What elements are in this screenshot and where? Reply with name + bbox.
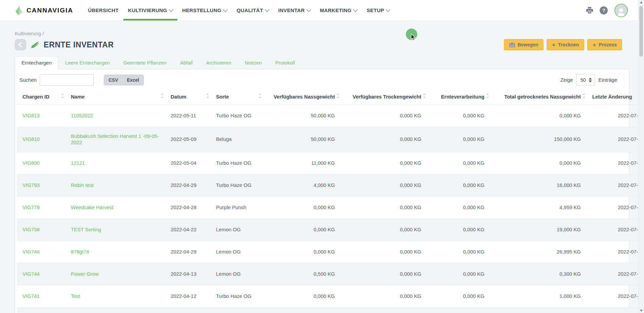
tab-label: Protokoll: [275, 60, 295, 66]
print-button[interactable]: [586, 7, 593, 13]
sorte-cell: Turbo Haze OG: [210, 285, 263, 307]
scroll-up-icon[interactable]: [640, 1, 643, 3]
table-row: VIG793 Robin test 2022-04-29 Turbo Haze …: [17, 174, 644, 196]
letzte-aenderung-cell: 2022-07-28: [587, 263, 644, 285]
excel-button[interactable]: Excel: [123, 75, 144, 85]
nav-item[interactable]: ÜBERSICHT: [83, 0, 123, 21]
nav-item[interactable]: MARKETING: [315, 0, 362, 21]
charge-id-link[interactable]: VIG758: [23, 227, 40, 232]
tab[interactable]: Notizen: [238, 56, 268, 69]
tab[interactable]: Abfall: [173, 56, 200, 69]
nav-item[interactable]: QUALITÄT: [232, 0, 273, 21]
letzte-aenderung-cell: 2022-07-28: [587, 307, 644, 313]
nav-item[interactable]: INVENTAR: [273, 0, 315, 21]
brand-logo[interactable]: CANNAVIGIA: [15, 0, 73, 21]
datum-cell: 2022-05-04: [165, 152, 210, 174]
trocknen-label: Trocknen: [558, 42, 579, 47]
charge-name-link[interactable]: Weedcake Harvest: [71, 204, 113, 210]
trockengewicht-cell: 0,000 KG: [341, 241, 427, 263]
charge-id-link[interactable]: VIG793: [23, 182, 40, 188]
ernteverarbeitung-cell: 0,000 KG: [427, 105, 490, 127]
printer-icon: [586, 7, 593, 13]
tab-label: Archivieren: [206, 60, 231, 66]
plus-icon: +: [593, 42, 596, 48]
page-content: Kultivierung / ERNTE INVENTAR: [0, 31, 644, 313]
nav-item-label: QUALITÄT: [237, 7, 263, 13]
bewegen-button[interactable]: Bewegen: [504, 39, 544, 50]
col-chargen-id[interactable]: Chargen ID: [17, 90, 65, 105]
nav-item[interactable]: HERSTELLUNG: [177, 0, 232, 21]
table-row: VIG800 12121 2022-05-04 Turbo Haze OG 11…: [17, 152, 644, 174]
sorte-cell: Purple Punsh: [210, 196, 263, 219]
table-row: VIG779 Weedcake Harvest 2022-04-28 Purpl…: [17, 196, 644, 219]
trockengewicht-cell: 0,000 KG: [341, 263, 427, 285]
scrollbar[interactable]: [638, 0, 644, 313]
prozess-button[interactable]: + Prozess: [587, 39, 622, 50]
nav-item-label: ÜBERSICHT: [88, 7, 119, 13]
brand-name: CANNAVIGIA: [27, 7, 73, 14]
charge-id-link[interactable]: VIG744: [23, 271, 40, 277]
total-getrocknet-cell: 26,995 KG: [490, 241, 587, 263]
charge-id-link[interactable]: VIG813: [23, 113, 40, 118]
charge-id-link[interactable]: VIG741: [23, 293, 40, 299]
tab[interactable]: Archivieren: [199, 56, 238, 69]
user-avatar[interactable]: [614, 4, 628, 17]
sorte-cell: Lemon OG: [210, 263, 263, 285]
col-trockengewicht[interactable]: Verfügbares Trockengewicht: [341, 90, 427, 105]
nav-item[interactable]: KULTIVIERUNG: [123, 0, 177, 21]
trockengewicht-cell: 0,000 KG: [341, 127, 427, 152]
tab[interactable]: Geerntete Pflanzen: [117, 56, 173, 69]
trocknen-button[interactable]: + Trocknen: [547, 39, 584, 50]
col-sorte[interactable]: Sorte: [210, 90, 263, 105]
scroll-down-icon[interactable]: [640, 310, 643, 312]
back-button[interactable]: [15, 39, 26, 50]
charge-id-link[interactable]: VIG800: [23, 160, 40, 166]
charge-name-link[interactable]: Robin test: [71, 182, 94, 188]
datum-cell: 2022-04-13: [165, 263, 210, 285]
tab[interactable]: Leere Erntechargen: [58, 56, 117, 69]
ernteverarbeitung-cell: 0,000 KG: [427, 285, 490, 307]
trockengewicht-cell: 0,000 KG: [341, 196, 427, 219]
eintraege-label: Einträge: [598, 77, 617, 83]
scrollbar-thumb[interactable]: [639, 6, 643, 56]
table-row: VIG810 Bubbakush Selection Harvest 1 -09…: [17, 127, 644, 152]
charge-id-link[interactable]: VIG746: [23, 249, 40, 255]
col-datum[interactable]: Datum: [165, 90, 210, 105]
zeige-label: Zeige: [560, 77, 573, 83]
ernteverarbeitung-cell: 0,000 KG: [427, 241, 490, 263]
datum-cell: 2022-04-22: [165, 219, 210, 241]
tab[interactable]: Protokoll: [268, 56, 301, 69]
table-row: VIG741 Test 2022-04-12 Turbo Haze OG 0,0…: [17, 285, 644, 307]
charge-name-link[interactable]: TEST Sorting: [71, 227, 101, 232]
tab[interactable]: Erntechargen: [15, 56, 58, 69]
datum-cell: 2022-05-11: [165, 105, 210, 127]
chevron-down-icon: [169, 7, 173, 12]
col-total-getrocknet[interactable]: Total getrocknetes Nassgewicht: [490, 90, 587, 105]
bewegen-label: Bewegen: [518, 42, 538, 47]
charge-id-link[interactable]: VIG779: [23, 204, 40, 210]
col-nassgewicht[interactable]: Verfügbares Nassgewicht: [263, 90, 341, 105]
col-letzte-aenderung[interactable]: Letzte Änderung: [587, 90, 644, 105]
page-size-select[interactable]: 50: [576, 74, 595, 86]
trockengewicht-cell: 0,000 KG: [341, 219, 427, 241]
help-button[interactable]: ?: [600, 6, 608, 14]
charge-id-link[interactable]: VIG810: [23, 136, 40, 142]
charge-name-link[interactable]: Bubbakush Selection Harvest 1 -09-05-202…: [71, 133, 159, 145]
charge-name-link[interactable]: 11052022: [71, 113, 93, 118]
csv-button[interactable]: CSV: [104, 75, 123, 85]
charge-name-link[interactable]: Test: [71, 293, 80, 299]
charge-name-link[interactable]: Power Grow: [71, 271, 99, 277]
navbar-right: ?: [586, 0, 644, 21]
table-row: VIG744 Power Grow 2022-04-13 Lemon OG 0,…: [17, 263, 644, 285]
col-name[interactable]: Name: [65, 90, 165, 105]
breadcrumb[interactable]: Kultivierung /: [15, 31, 629, 36]
charge-name-link[interactable]: 878gt78: [71, 249, 89, 255]
nav-item-label: HERSTELLUNG: [182, 7, 221, 13]
nav-item[interactable]: SETUP: [362, 0, 394, 21]
col-ernteverarbeitung[interactable]: Ernteverarbeitung: [427, 90, 490, 105]
total-getrocknet-cell: 1,000 KG: [490, 285, 587, 307]
datum-cell: 2022-04-12: [165, 285, 210, 307]
search-input[interactable]: [40, 74, 94, 86]
charge-name-link[interactable]: 12121: [71, 160, 85, 166]
ernteverarbeitung-cell: 0,000 KG: [427, 196, 490, 219]
